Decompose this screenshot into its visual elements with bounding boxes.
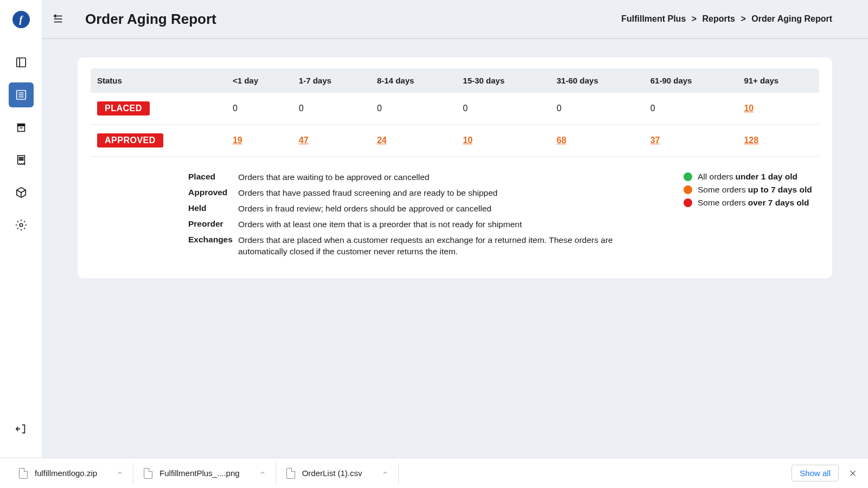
- sidebar-item-logout[interactable]: [9, 416, 34, 441]
- download-bar-close-button[interactable]: [846, 467, 859, 480]
- legend-dot: [684, 172, 692, 181]
- color-legend-row: All ordersunder 1 day old: [684, 172, 819, 182]
- sidebar-toggle-button[interactable]: [48, 9, 68, 29]
- svg-rect-0: [16, 58, 25, 67]
- show-all-button[interactable]: Show all: [792, 465, 839, 481]
- list-icon: [15, 89, 27, 101]
- legend-bold: over 7 days old: [748, 198, 809, 208]
- download-caret[interactable]: [382, 468, 388, 478]
- breadcrumb-sep: >: [741, 14, 745, 23]
- breadcrumb: Fulfillment Plus > Reports > Order Aging…: [621, 14, 832, 24]
- sidebar: f: [0, 0, 42, 458]
- svg-rect-10: [19, 159, 23, 160]
- aging-cell: 0: [644, 93, 738, 125]
- legend-prefix: All orders: [698, 172, 733, 182]
- definition-row: PreorderOrders with at least one item th…: [188, 219, 651, 230]
- aging-cell: 0: [456, 93, 550, 125]
- report-card: Status<1 day1-7 days8-14 days15-30 days3…: [78, 57, 832, 278]
- chevron-up-icon: [382, 470, 388, 476]
- table-header: 15-30 days: [456, 68, 550, 93]
- aging-cell-link[interactable]: 10: [463, 136, 473, 145]
- aging-cell-link[interactable]: 47: [299, 136, 309, 145]
- definition-desc: Orders with at least one item that is a …: [238, 219, 651, 230]
- svg-rect-7: [17, 126, 24, 131]
- definition-desc: Orders that are waiting to be approved o…: [238, 172, 651, 183]
- status-badge: APPROVED: [97, 133, 163, 147]
- download-item[interactable]: fulfillmentlogo.zip: [9, 463, 133, 484]
- status-definitions: PlacedOrders that are waiting to be appr…: [188, 172, 651, 262]
- definition-term: Exchanges: [188, 235, 238, 258]
- definition-row: ApprovedOrders that have passed fraud sc…: [188, 188, 651, 199]
- download-item[interactable]: FulfillmentPlus_....png: [133, 463, 276, 484]
- legend-bold: under 1 day old: [735, 172, 797, 182]
- aging-cell: 0: [226, 93, 292, 125]
- color-legend: All ordersunder 1 day oldSome ordersup t…: [684, 172, 819, 262]
- download-name: OrderList (1).csv: [302, 468, 362, 478]
- table-row: APPROVED194724106837128: [91, 125, 819, 157]
- breadcrumb-current: Order Aging Report: [751, 14, 832, 23]
- definition-term: Approved: [188, 188, 238, 199]
- page-title: Order Aging Report: [85, 11, 216, 28]
- table-header: 1-7 days: [292, 68, 371, 93]
- aging-cell: 0: [371, 93, 456, 125]
- svg-rect-9: [19, 157, 23, 158]
- chevron-up-icon: [259, 470, 266, 476]
- download-name: fulfillmentlogo.zip: [35, 468, 97, 478]
- table-header: 61-90 days: [644, 68, 738, 93]
- definition-row: ExchangesOrders that are placed when a c…: [188, 235, 651, 258]
- status-badge: PLACED: [97, 101, 150, 115]
- table-header: 31-60 days: [550, 68, 644, 93]
- topbar: Order Aging Report Fulfillment Plus > Re…: [42, 0, 868, 39]
- definition-desc: Orders in fraud review; held orders shou…: [238, 203, 651, 215]
- package-icon: [15, 187, 27, 198]
- sidebar-item-reports[interactable]: [9, 82, 34, 107]
- chevron-up-icon: [117, 470, 123, 476]
- aging-cell-link[interactable]: 10: [744, 104, 754, 113]
- breadcrumb-mid[interactable]: Reports: [703, 14, 735, 23]
- download-bar: fulfillmentlogo.zipFulfillmentPlus_....p…: [0, 458, 868, 488]
- download-caret[interactable]: [259, 468, 266, 478]
- svg-point-12: [20, 223, 23, 227]
- definition-term: Preorder: [188, 219, 238, 230]
- definition-desc: Orders that are placed when a customer r…: [238, 235, 651, 258]
- file-icon: [18, 468, 28, 478]
- aging-cell-link[interactable]: 24: [377, 136, 387, 145]
- gear-icon: [15, 219, 27, 231]
- aging-cell-link[interactable]: 128: [744, 136, 758, 145]
- sidebar-item-receipts[interactable]: [9, 147, 34, 172]
- file-icon: [286, 468, 296, 478]
- close-icon: [849, 470, 857, 477]
- download-name: FulfillmentPlus_....png: [159, 468, 240, 478]
- table-header: <1 day: [226, 68, 292, 93]
- main: Order Aging Report Fulfillment Plus > Re…: [42, 0, 868, 458]
- legend-prefix: Some orders: [698, 185, 746, 195]
- app-logo[interactable]: f: [12, 11, 30, 28]
- color-legend-row: Some ordersup to 7 days old: [684, 185, 819, 195]
- sidebar-item-settings[interactable]: [9, 213, 34, 237]
- table-row: PLACED00000010: [91, 93, 819, 125]
- breadcrumb-sep: >: [692, 14, 697, 23]
- sidebar-item-dashboard[interactable]: [9, 50, 34, 75]
- definition-row: HeldOrders in fraud review; held orders …: [188, 203, 651, 215]
- aging-table: Status<1 day1-7 days8-14 days15-30 days3…: [91, 68, 819, 157]
- panel-icon: [15, 56, 27, 68]
- legend-area: PlacedOrders that are waiting to be appr…: [91, 172, 819, 262]
- breadcrumb-root[interactable]: Fulfillment Plus: [621, 14, 686, 23]
- sidebar-item-archive[interactable]: [9, 115, 34, 140]
- legend-dot: [684, 198, 692, 207]
- table-header: 91+ days: [737, 68, 819, 93]
- definition-term: Placed: [188, 172, 238, 183]
- aging-cell-link[interactable]: 68: [557, 136, 566, 145]
- definition-row: PlacedOrders that are waiting to be appr…: [188, 172, 651, 183]
- download-caret[interactable]: [117, 468, 123, 478]
- aging-cell-link[interactable]: 19: [233, 136, 242, 145]
- archive-icon: [15, 121, 27, 133]
- download-item[interactable]: OrderList (1).csv: [276, 463, 399, 484]
- aging-cell-link[interactable]: 37: [650, 136, 660, 145]
- table-header: 8-14 days: [371, 68, 456, 93]
- definition-desc: Orders that have passed fraud screening …: [238, 188, 651, 199]
- definition-term: Held: [188, 203, 238, 215]
- legend-dot: [684, 185, 692, 194]
- sidebar-item-packages[interactable]: [9, 180, 34, 205]
- logout-icon: [15, 423, 27, 435]
